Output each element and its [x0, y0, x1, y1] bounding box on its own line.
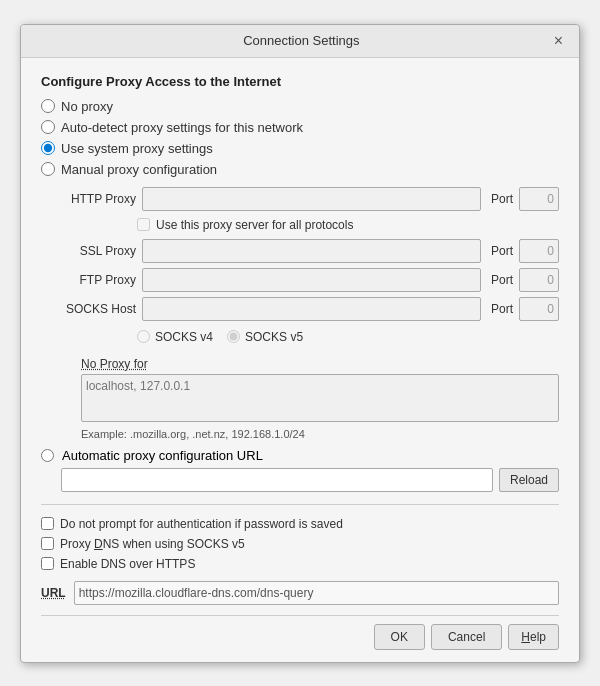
http-port-input[interactable]	[519, 187, 559, 211]
socks-host-row: SOCKS Host Port	[61, 297, 559, 321]
dialog-body: Configure Proxy Access to the Internet N…	[21, 58, 579, 662]
socks5-radio[interactable]	[227, 330, 240, 343]
no-proxy-label: No Proxy for	[81, 357, 559, 371]
ftp-proxy-input[interactable]	[142, 268, 481, 292]
auto-proxy-input-row: Reload	[61, 468, 559, 492]
http-proxy-label: HTTP Proxy	[61, 192, 136, 206]
no-auth-prompt-row: Do not prompt for authentication if pass…	[41, 517, 559, 531]
dialog-title: Connection Settings	[53, 33, 550, 48]
ssl-proxy-label: SSL Proxy	[61, 244, 136, 258]
no-proxy-example: Example: .mozilla.org, .net.nz, 192.168.…	[81, 428, 559, 440]
socks5-label: SOCKS v5	[245, 330, 303, 344]
dns-url-label: URL	[41, 586, 66, 600]
auto-proxy-section: Automatic proxy configuration URL Reload	[41, 448, 559, 492]
title-bar: Connection Settings ×	[21, 25, 579, 58]
socks-version-row: SOCKS v4 SOCKS v5	[137, 330, 559, 344]
radio-use-system-label: Use system proxy settings	[61, 141, 213, 156]
radio-auto-detect[interactable]: Auto-detect proxy settings for this netw…	[41, 120, 559, 135]
all-protocols-label: Use this proxy server for all protocols	[156, 218, 353, 232]
socks-port-label: Port	[491, 302, 513, 316]
socks-host-label: SOCKS Host	[61, 302, 136, 316]
proxy-dns-checkbox[interactable]	[41, 537, 54, 550]
dns-https-checkbox[interactable]	[41, 557, 54, 570]
socks4-radio[interactable]	[137, 330, 150, 343]
auto-proxy-label-row: Automatic proxy configuration URL	[41, 448, 559, 463]
button-row: OK Cancel Help	[41, 615, 559, 650]
divider	[41, 504, 559, 505]
dns-https-label: Enable DNS over HTTPS	[60, 557, 195, 571]
socks4-option[interactable]: SOCKS v4	[137, 330, 213, 344]
dns-url-input[interactable]	[74, 581, 559, 605]
bottom-checkboxes: Do not prompt for authentication if pass…	[41, 517, 559, 571]
radio-manual[interactable]: Manual proxy configuration	[41, 162, 559, 177]
ssl-proxy-input[interactable]	[142, 239, 481, 263]
no-proxy-section: No Proxy for Example: .mozilla.org, .net…	[81, 357, 559, 440]
http-port-label: Port	[491, 192, 513, 206]
proxy-dns-label: Proxy DNS when using SOCKS v5	[60, 537, 245, 551]
ssl-port-input[interactable]	[519, 239, 559, 263]
ftp-port-input[interactable]	[519, 268, 559, 292]
all-protocols-row: Use this proxy server for all protocols	[137, 218, 559, 232]
socks5-option[interactable]: SOCKS v5	[227, 330, 303, 344]
radio-manual-input[interactable]	[41, 162, 55, 176]
ssl-proxy-row: SSL Proxy Port	[61, 239, 559, 263]
reload-button[interactable]: Reload	[499, 468, 559, 492]
all-protocols-checkbox[interactable]	[137, 218, 150, 231]
radio-auto-detect-input[interactable]	[41, 120, 55, 134]
no-auth-label: Do not prompt for authentication if pass…	[60, 517, 343, 531]
auto-proxy-url-input[interactable]	[61, 468, 493, 492]
ftp-proxy-row: FTP Proxy Port	[61, 268, 559, 292]
radio-no-proxy[interactable]: No proxy	[41, 99, 559, 114]
radio-no-proxy-label: No proxy	[61, 99, 113, 114]
ok-button[interactable]: OK	[374, 624, 425, 650]
connection-settings-dialog: Connection Settings × Configure Proxy Ac…	[20, 24, 580, 663]
proxy-radio-group: No proxy Auto-detect proxy settings for …	[41, 99, 559, 177]
dns-over-https-row: Enable DNS over HTTPS	[41, 557, 559, 571]
http-proxy-row: HTTP Proxy Port	[61, 187, 559, 211]
auto-proxy-radio[interactable]	[41, 449, 54, 462]
auto-proxy-label: Automatic proxy configuration URL	[62, 448, 263, 463]
help-button[interactable]: Help	[508, 624, 559, 650]
socks4-label: SOCKS v4	[155, 330, 213, 344]
cancel-button[interactable]: Cancel	[431, 624, 502, 650]
no-proxy-textarea[interactable]	[81, 374, 559, 422]
close-button[interactable]: ×	[550, 33, 567, 49]
radio-no-proxy-input[interactable]	[41, 99, 55, 113]
socks-host-input[interactable]	[142, 297, 481, 321]
radio-manual-label: Manual proxy configuration	[61, 162, 217, 177]
ftp-proxy-label: FTP Proxy	[61, 273, 136, 287]
radio-auto-detect-label: Auto-detect proxy settings for this netw…	[61, 120, 303, 135]
no-auth-checkbox[interactable]	[41, 517, 54, 530]
radio-use-system-input[interactable]	[41, 141, 55, 155]
socks-port-input[interactable]	[519, 297, 559, 321]
ssl-port-label: Port	[491, 244, 513, 258]
ftp-port-label: Port	[491, 273, 513, 287]
radio-use-system[interactable]: Use system proxy settings	[41, 141, 559, 156]
dns-url-row: URL	[41, 581, 559, 605]
section-heading: Configure Proxy Access to the Internet	[41, 74, 559, 89]
proxy-fields-section: HTTP Proxy Port Use this proxy server fo…	[61, 187, 559, 440]
proxy-dns-row: Proxy DNS when using SOCKS v5	[41, 537, 559, 551]
http-proxy-input[interactable]	[142, 187, 481, 211]
